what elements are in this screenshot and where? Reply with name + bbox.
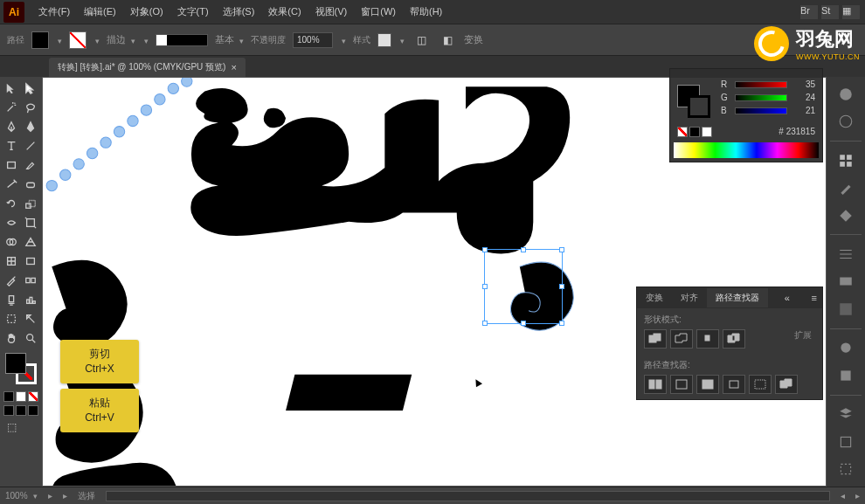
appearance-panel-icon[interactable]	[833, 336, 859, 360]
menu-effect[interactable]: 效果(C)	[261, 2, 308, 22]
menu-edit[interactable]: 编辑(E)	[77, 2, 123, 22]
workspace-button-2[interactable]: St	[821, 5, 839, 19]
stroke-swatch[interactable]	[69, 31, 86, 49]
workspace-button[interactable]: Br	[800, 5, 818, 19]
hand-tool[interactable]	[2, 328, 21, 348]
panel-tab-pathfinder[interactable]: 路径查找器	[707, 288, 768, 307]
transparency-panel-icon[interactable]	[833, 297, 859, 321]
menu-view[interactable]: 视图(V)	[308, 2, 355, 22]
graphic-style-swatch[interactable]	[377, 33, 391, 47]
arrange-button[interactable]: ▦	[842, 5, 860, 19]
rotate-tool[interactable]	[2, 194, 21, 213]
symbols-panel-icon[interactable]	[833, 204, 859, 227]
rectangle-tool[interactable]	[2, 155, 21, 175]
pf-outline[interactable]	[749, 375, 772, 394]
pf-expand-label[interactable]: 扩展	[791, 329, 815, 349]
bbox-handle-ne[interactable]	[559, 247, 564, 252]
layers-panel-icon[interactable]	[833, 403, 859, 426]
b-value[interactable]: 21	[792, 106, 815, 115]
hex-value[interactable]: 231815	[786, 127, 815, 136]
eyedropper-tool[interactable]	[2, 271, 21, 290]
stroke-weight[interactable]: 描边	[107, 33, 135, 46]
none-color-btn[interactable]	[677, 127, 688, 137]
panel-menu-icon[interactable]: ≡	[806, 293, 822, 303]
g-slider[interactable]	[735, 94, 787, 101]
brushes-panel-icon[interactable]	[833, 176, 859, 199]
bbox-handle-se[interactable]	[559, 321, 564, 326]
symbol-sprayer-tool[interactable]	[2, 290, 21, 309]
align-button[interactable]: ◫	[412, 31, 431, 50]
menu-file[interactable]: 文件(F)	[31, 2, 77, 22]
color-panel-stroke[interactable]	[688, 95, 710, 118]
column-graph-tool[interactable]	[21, 290, 40, 309]
white-color-btn[interactable]	[702, 127, 712, 137]
mesh-tool[interactable]	[2, 252, 21, 271]
pf-minus-front[interactable]	[670, 329, 693, 349]
fill-dropdown[interactable]	[56, 35, 62, 45]
pf-minus-back[interactable]	[775, 375, 798, 394]
pen-tool[interactable]	[2, 117, 21, 136]
menu-select[interactable]: 选择(S)	[216, 2, 262, 22]
menu-help[interactable]: 帮助(H)	[403, 2, 449, 22]
paintbrush-tool[interactable]	[21, 155, 40, 175]
bbox-handle-n[interactable]	[521, 247, 526, 252]
slice-tool[interactable]	[21, 309, 40, 328]
artboard-tool[interactable]	[2, 309, 21, 328]
bbox-handle-nw[interactable]	[482, 247, 488, 252]
color-panel-icon[interactable]	[833, 82, 859, 106]
bbox-handle-s[interactable]	[521, 321, 526, 326]
graphic-styles-icon[interactable]	[833, 363, 859, 387]
none-mode-btn[interactable]	[28, 391, 38, 402]
gradient-tool[interactable]	[21, 252, 40, 271]
panel-tab-transform[interactable]: 变换	[637, 288, 672, 307]
magic-wand-tool[interactable]	[2, 98, 21, 117]
pf-divide[interactable]	[644, 375, 667, 394]
fill-swatch[interactable]	[31, 31, 49, 49]
stroke-weight-chev[interactable]	[142, 35, 149, 45]
free-transform-tool[interactable]	[21, 213, 40, 232]
curvature-tool[interactable]	[21, 117, 40, 136]
lasso-tool[interactable]	[21, 98, 40, 117]
shape-button[interactable]: ◧	[438, 31, 457, 50]
fill-indicator[interactable]	[5, 353, 26, 374]
brush-select[interactable]: 基本	[215, 33, 244, 46]
color-panel-header[interactable]	[670, 69, 822, 78]
panel-tab-align[interactable]: 对齐	[672, 288, 707, 307]
asset-export-icon[interactable]	[833, 430, 859, 453]
screen-mode-full[interactable]	[16, 405, 26, 416]
gradient-panel-icon[interactable]	[833, 270, 859, 293]
bbox-handle-e[interactable]	[559, 284, 564, 289]
menu-window[interactable]: 窗口(W)	[354, 2, 403, 22]
artboards-panel-icon[interactable]	[833, 458, 859, 481]
selection-tool[interactable]	[2, 79, 21, 98]
fill-stroke-indicator[interactable]	[3, 351, 38, 386]
screen-mode-pres[interactable]	[28, 405, 38, 416]
pf-exclude[interactable]	[723, 329, 745, 349]
zoom-tool[interactable]	[21, 328, 40, 348]
menu-object[interactable]: 对象(O)	[123, 2, 170, 22]
black-color-btn[interactable]	[689, 127, 700, 137]
pf-unite[interactable]	[644, 329, 667, 349]
document-tab[interactable]: 转换] [转换].ai* @ 100% (CMYK/GPU 预览) ×	[49, 58, 246, 77]
bbox-handle-w[interactable]	[482, 284, 488, 289]
panel-collapse-icon[interactable]: «	[779, 293, 795, 303]
blend-tool[interactable]	[21, 271, 40, 290]
shaper-tool[interactable]	[2, 175, 21, 194]
pf-merge[interactable]	[696, 375, 719, 394]
menu-type[interactable]: 文字(T)	[170, 2, 216, 22]
gradient-mode-btn[interactable]	[16, 391, 26, 402]
transform-link[interactable]: 变换	[464, 33, 483, 46]
width-tool[interactable]	[2, 213, 21, 232]
brush-preview[interactable]	[156, 34, 208, 46]
r-value[interactable]: 35	[792, 79, 815, 89]
tab-close-icon[interactable]: ×	[231, 62, 236, 72]
color-mode-btn[interactable]	[3, 391, 14, 402]
swatches-panel-icon[interactable]	[833, 148, 859, 172]
opacity-input[interactable]: 100%	[293, 32, 333, 48]
pf-crop[interactable]	[723, 375, 745, 394]
opacity-chev[interactable]	[340, 35, 346, 45]
scale-tool[interactable]	[21, 194, 40, 213]
zoom-level[interactable]: 100%	[5, 491, 38, 501]
color-spectrum[interactable]	[674, 142, 819, 158]
b-slider[interactable]	[735, 107, 787, 114]
